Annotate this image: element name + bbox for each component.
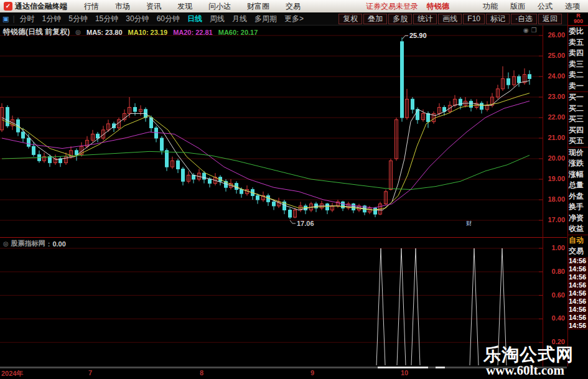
tick-time-row: 14:56: [568, 306, 588, 314]
quote-row[interactable]: 卖二: [568, 70, 588, 81]
toolbar-button[interactable]: 返回: [538, 14, 562, 24]
price-axis-label: 17.00: [544, 216, 565, 223]
period-tab[interactable]: 周线: [206, 14, 228, 24]
login-warning[interactable]: 证券交易未登录: [366, 1, 418, 12]
quote-row[interactable]: 买四: [568, 125, 588, 136]
indicator-axis-label: 0.60: [544, 291, 565, 299]
date-axis-label: 9: [310, 369, 314, 377]
period-tab[interactable]: 30分钟: [122, 14, 152, 24]
event-marker[interactable]: 财: [466, 220, 472, 227]
menu-item[interactable]: 发现: [169, 1, 200, 12]
menu-item[interactable]: 版面: [504, 1, 531, 12]
candle: [22, 132, 25, 138]
indicator-chart[interactable]: [0, 238, 543, 367]
stat-row: 总量: [568, 180, 588, 191]
date-axis-label: 7: [88, 369, 92, 377]
toolbar-button[interactable]: 画线: [438, 14, 462, 24]
candlestick-chart[interactable]: 25.9017.06财: [0, 26, 543, 237]
stock-name-alert[interactable]: 特锐德: [427, 1, 449, 12]
candle: [326, 204, 329, 210]
menu-item[interactable]: 公式: [531, 1, 559, 12]
toolbar-button[interactable]: 复权: [338, 14, 362, 24]
toolbar-button[interactable]: ·自选: [511, 14, 537, 24]
period-tab[interactable]: 更多>: [281, 14, 307, 24]
tick-time-row: 14:56: [568, 297, 588, 306]
price-axis-label: 20.00: [544, 154, 565, 162]
toolbar-button[interactable]: F10: [463, 14, 485, 24]
period-toolbar: ▣ | 分时1分钟5分钟15分钟30分钟60分钟日线周线月线多周期更多> 复权叠…: [0, 12, 588, 26]
chart-tool-buttons: 复权叠加多股统计画线F10标记·自选返回: [338, 14, 588, 24]
toolbar-button[interactable]: 统计: [413, 14, 437, 24]
ma-label: MA10: 23.19: [128, 29, 168, 36]
scrollbar-thumb[interactable]: [378, 367, 428, 368]
quote-row[interactable]: 卖四: [568, 48, 588, 59]
indicator-header: ◎ 股票指标网 : 0.00: [3, 239, 66, 248]
menu-item[interactable]: 功能: [477, 1, 504, 12]
menu-item[interactable]: 行情: [76, 1, 107, 12]
candle: [528, 75, 531, 79]
period-tab[interactable]: 60分钟: [153, 14, 184, 24]
quote-row[interactable]: 卖一: [568, 81, 588, 92]
titlebar: ✓ 通达信金融终端 行情市场资讯发现问小达财富圈交易 证券交易未登录 特锐德 功…: [0, 0, 588, 12]
scrollbar-box[interactable]: [436, 367, 445, 368]
collapse-icon[interactable]: ◎: [3, 240, 9, 247]
chevron-down-icon[interactable]: ◎: [75, 29, 81, 35]
horizontal-scrollbar[interactable]: [0, 367, 567, 368]
candle: [240, 190, 243, 194]
quote-row[interactable]: 卖五: [568, 37, 588, 49]
price-axis-label: 18.00: [544, 195, 565, 203]
price-axis-label: 22.00: [544, 113, 565, 121]
low-pointer: [290, 220, 296, 223]
high-pointer: [403, 35, 408, 39]
candle: [96, 134, 100, 138]
chart-mode-icon[interactable]: ▣: [2, 15, 9, 23]
candle: [161, 138, 164, 151]
tick-time-row: 14:56: [568, 273, 588, 281]
chart-title[interactable]: 特锐德(日线 前复权): [3, 27, 70, 37]
quote-row[interactable]: 卖三: [568, 59, 588, 70]
candle: [134, 108, 137, 112]
quote-row[interactable]: 买二: [568, 103, 588, 115]
panel-control-icons[interactable]: ◉❒: [523, 27, 539, 34]
quote-row[interactable]: 买一: [568, 91, 588, 103]
menu-item[interactable]: 财富圈: [239, 1, 278, 12]
auto-trade-label[interactable]: 自动: [568, 235, 588, 246]
candle: [75, 151, 78, 155]
period-tab[interactable]: 分时: [16, 14, 39, 24]
quote-row[interactable]: 买五: [568, 136, 588, 147]
candle: [507, 78, 510, 85]
menu-item[interactable]: 交易: [278, 1, 309, 12]
period-tab[interactable]: 1分钟: [39, 14, 65, 24]
candle: [182, 169, 185, 182]
quote-row[interactable]: 委比: [568, 26, 588, 37]
candle: [27, 138, 30, 146]
toolbar-button[interactable]: 叠加: [363, 14, 387, 24]
toolbar-button[interactable]: 标记: [486, 14, 510, 24]
quote-row[interactable]: 买三: [568, 114, 588, 125]
menu-item[interactable]: 问小达: [200, 1, 239, 12]
period-tab[interactable]: 15分钟: [91, 14, 122, 24]
price-axis-label: 21.00: [544, 134, 565, 141]
period-tab[interactable]: 多周期: [251, 14, 281, 24]
indicator-name[interactable]: 股票指标网: [11, 239, 45, 248]
period-tab[interactable]: 月线: [228, 14, 251, 24]
menu-item[interactable]: 市场: [107, 1, 138, 12]
indicator-axis-label: 0.40: [544, 314, 565, 322]
period-tab[interactable]: 日线: [184, 14, 206, 24]
period-tab[interactable]: 5分钟: [65, 14, 91, 24]
candle: [256, 195, 259, 200]
candle: [166, 151, 169, 167]
menu-item[interactable]: 选项: [559, 1, 586, 12]
price-axis-label: 23.00: [544, 93, 565, 100]
tick-time-row: 14:56: [568, 314, 588, 322]
toolbar-button[interactable]: 多股: [388, 14, 412, 24]
candle: [6, 108, 9, 126]
signal-spike: [411, 248, 420, 365]
price-axis-label: 25.00: [544, 52, 565, 59]
candle: [411, 99, 414, 110]
tick-time-row: 14:56: [568, 281, 588, 289]
tick-time-row: 14:56: [568, 257, 588, 265]
function-menu-bar: 功能版面公式选项: [477, 1, 586, 12]
auto-trade-label[interactable]: 交易: [568, 246, 588, 257]
menu-item[interactable]: 资讯: [138, 1, 169, 12]
